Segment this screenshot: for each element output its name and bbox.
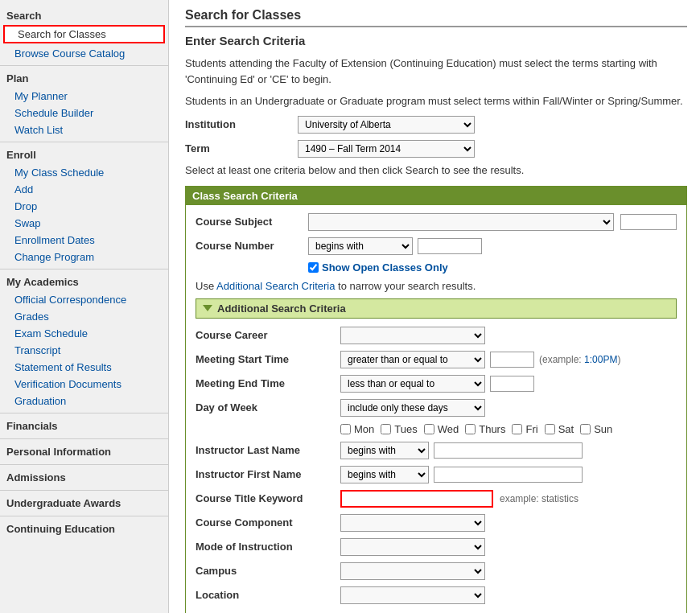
additional-criteria-toggle[interactable]: Additional Search Criteria <box>196 298 677 319</box>
sidebar-item-watch-list[interactable]: Watch List <box>0 121 168 138</box>
course-title-keyword-row: Course Title Keyword example: statistics <box>196 490 677 508</box>
meeting-end-time-row: Meeting End Time less than or equal to <box>196 375 677 393</box>
sidebar-item-browse-course-catalog[interactable]: Browse Course Catalog <box>0 45 168 62</box>
course-title-keyword-input[interactable] <box>340 490 493 508</box>
sidebar-item-transcript[interactable]: Transcript <box>0 342 168 359</box>
sidebar-my-academics-header: My Academics <box>0 269 168 291</box>
sidebar-item-swap[interactable]: Swap <box>0 215 168 232</box>
instructor-last-name-input[interactable] <box>434 442 583 459</box>
sidebar-item-verification-documents[interactable]: Verification Documents <box>0 376 168 393</box>
course-subject-row: Course Subject <box>196 213 677 231</box>
sidebar-admissions-header: Admissions <box>0 464 168 487</box>
sidebar: Search Search for Classes Browse Course … <box>0 0 169 613</box>
meeting-end-time-label: Meeting End Time <box>196 377 340 389</box>
additional-criteria-header-label: Additional Search Criteria <box>217 302 346 315</box>
instructor-last-name-label: Instructor Last Name <box>196 444 340 456</box>
mon-label: Mon <box>354 423 374 435</box>
campus-row: Campus <box>196 562 677 580</box>
example-label: example: <box>542 354 584 365</box>
course-subject-select[interactable] <box>308 213 614 231</box>
sidebar-item-add[interactable]: Add <box>0 181 168 198</box>
fri-checkbox[interactable] <box>512 424 522 434</box>
sidebar-item-search-for-classes[interactable]: Search for Classes <box>3 25 165 43</box>
page-title: Search for Classes <box>185 8 687 27</box>
course-career-row: Course Career <box>196 327 677 344</box>
sidebar-item-change-program[interactable]: Change Program <box>0 249 168 265</box>
fri-label: Fri <box>525 423 537 435</box>
wed-checkbox[interactable] <box>424 424 434 434</box>
sidebar-item-exam-schedule[interactable]: Exam Schedule <box>0 325 168 342</box>
course-number-inner: begins with <box>308 237 482 255</box>
sat-checkbox[interactable] <box>545 424 555 434</box>
instructor-first-name-row: Instructor First Name begins with <box>196 466 677 483</box>
course-subject-label: Course Subject <box>196 216 308 228</box>
meeting-end-operator-select[interactable]: less than or equal to <box>340 375 485 393</box>
sidebar-item-schedule-builder[interactable]: Schedule Builder <box>0 105 168 121</box>
main-content: Search for Classes Enter Search Criteria… <box>169 0 700 613</box>
course-career-label: Course Career <box>196 329 340 341</box>
sun-checkbox[interactable] <box>580 424 591 434</box>
sidebar-item-grades[interactable]: Grades <box>0 308 168 325</box>
course-subject-input[interactable] <box>620 214 677 230</box>
instructor-last-operator-select[interactable]: begins with <box>340 442 429 459</box>
show-open-classes-row: Show Open Classes Only <box>196 261 677 274</box>
sidebar-continuing-education-header: Continuing Education <box>0 516 168 538</box>
search-criteria-box: Class Search Criteria Course Subject Cou… <box>185 186 687 614</box>
course-number-operator-select[interactable]: begins with <box>308 237 413 255</box>
course-title-keyword-label: Course Title Keyword <box>196 492 340 504</box>
sun-label: Sun <box>594 423 612 435</box>
mode-of-instruction-row: Mode of Instruction <box>196 538 677 556</box>
instructor-first-name-input[interactable] <box>434 467 583 483</box>
search-criteria-header: Class Search Criteria <box>186 187 686 205</box>
sidebar-search-header: Search <box>0 6 168 23</box>
course-career-select[interactable] <box>340 327 485 344</box>
search-criteria-body: Course Subject Course Number begins with <box>186 205 686 614</box>
day-of-week-row: Day of Week include only these days <box>196 399 677 417</box>
sidebar-item-official-correspondence[interactable]: Official Correspondence <box>0 291 168 308</box>
sidebar-item-statement-of-results[interactable]: Statement of Results <box>0 359 168 376</box>
tues-checkbox[interactable] <box>381 424 391 434</box>
sidebar-undergraduate-awards-header: Undergraduate Awards <box>0 490 168 512</box>
course-number-row: Course Number begins with <box>196 237 677 255</box>
course-component-row: Course Component <box>196 514 677 532</box>
info-text-2: Students in an Undergraduate or Graduate… <box>185 93 687 109</box>
sidebar-enroll-header: Enroll <box>0 142 168 164</box>
campus-select[interactable] <box>340 562 485 580</box>
location-select[interactable] <box>340 586 485 604</box>
term-select[interactable]: 1490 – Fall Term 2014 <box>298 140 475 158</box>
thurs-label: Thurs <box>479 423 505 435</box>
show-open-classes-checkbox[interactable] <box>308 262 319 273</box>
mode-of-instruction-select[interactable] <box>340 538 485 556</box>
meeting-start-operator-select[interactable]: greater than or equal to <box>340 351 485 368</box>
info-text-1: Students attending the Faculty of Extens… <box>185 56 687 87</box>
instructor-first-operator-select[interactable]: begins with <box>340 466 429 483</box>
sidebar-plan-header: Plan <box>0 65 168 88</box>
day-of-week-select[interactable]: include only these days <box>340 399 485 417</box>
day-of-week-label: Day of Week <box>196 401 340 413</box>
sidebar-item-my-planner[interactable]: My Planner <box>0 88 168 105</box>
course-number-label: Course Number <box>196 240 308 252</box>
term-row: Term 1490 – Fall Term 2014 <box>185 140 687 158</box>
campus-label: Campus <box>196 565 340 577</box>
course-number-input[interactable] <box>418 238 482 254</box>
meeting-start-input[interactable] <box>490 352 534 368</box>
additional-link-before: Use <box>196 280 216 292</box>
additional-search-criteria-link[interactable]: Additional Search Criteria <box>216 280 335 292</box>
collapse-icon <box>203 305 212 311</box>
additional-fields: Course Career Meeting Start Time greater… <box>196 327 677 604</box>
sidebar-item-graduation[interactable]: Graduation <box>0 393 168 409</box>
tues-label: Tues <box>394 423 417 435</box>
course-title-example: example: statistics <box>500 493 579 504</box>
course-component-select[interactable] <box>340 514 485 532</box>
thurs-checkbox[interactable] <box>465 424 476 434</box>
sidebar-item-my-class-schedule[interactable]: My Class Schedule <box>0 164 168 181</box>
sidebar-item-enrollment-dates[interactable]: Enrollment Dates <box>0 232 168 249</box>
meeting-end-input[interactable] <box>490 376 534 392</box>
course-component-label: Course Component <box>196 516 340 529</box>
institution-select[interactable]: University of Alberta <box>298 116 475 134</box>
mode-of-instruction-label: Mode of Instruction <box>196 541 340 553</box>
sidebar-item-drop[interactable]: Drop <box>0 198 168 215</box>
mon-checkbox[interactable] <box>340 424 351 434</box>
term-label: Term <box>185 142 298 154</box>
meeting-start-example-link[interactable]: 1:00PM <box>584 354 617 365</box>
